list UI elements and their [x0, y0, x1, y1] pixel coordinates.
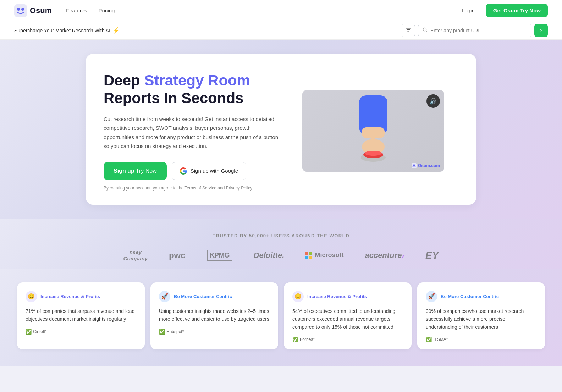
- hero-buttons: Sign up Try Now Sign up with Google: [104, 162, 281, 180]
- logo-accenture: accenture›: [365, 251, 404, 260]
- nav-actions: Login Get Osum Try Now: [456, 4, 548, 17]
- svg-point-16: [413, 165, 414, 166]
- nav-links: Features Pricing: [66, 7, 456, 13]
- stat-card-header-1: 🚀 Be More Customer Centric: [159, 291, 270, 302]
- logo-deloitte: Deloitte.: [254, 251, 285, 260]
- logo-pwc: pwc: [169, 250, 186, 260]
- stats-section: 😊 Increase Revenue & Profits 71% of comp…: [0, 269, 562, 366]
- search-go-button[interactable]: ›: [534, 24, 548, 37]
- login-button[interactable]: Login: [456, 5, 480, 16]
- get-osum-sub: Try Now: [520, 7, 541, 13]
- osum-watermark: Osum.com: [412, 163, 440, 168]
- svg-rect-9: [362, 127, 385, 138]
- subnav-title: Supercharge Your Market Research With AI…: [14, 27, 396, 34]
- svg-line-7: [426, 31, 428, 32]
- get-osum-label: Get Osum: [493, 7, 519, 13]
- stat-source-label-1: Hubspot*: [166, 329, 184, 334]
- stat-source-label-2: Forbes*: [300, 337, 315, 342]
- logo-text: Osum: [30, 6, 52, 15]
- watermark-logo-icon: [412, 163, 417, 168]
- search-icon: [423, 27, 428, 34]
- stat-source-label-0: Cintell*: [33, 329, 46, 334]
- hand-button-svg: [334, 95, 412, 166]
- stat-check-icon-3: ✅: [426, 337, 432, 342]
- stat-source-3: ✅ ITSMA*: [426, 337, 536, 342]
- search-go-icon: ›: [540, 27, 542, 34]
- main-background: Deep Strategy Room Reports In Seconds Cu…: [0, 40, 562, 219]
- trusted-title: TRUSTED BY 50,000+ USERS AROUND THE WORL…: [21, 233, 541, 238]
- stat-card-header-3: 🚀 Be More Customer Centric: [426, 291, 536, 302]
- logo[interactable]: Osum: [14, 4, 52, 17]
- svg-rect-5: [407, 31, 409, 32]
- hero-terms: By creating your account, you agree to t…: [104, 186, 281, 191]
- google-icon: [180, 167, 187, 175]
- hero-description: Cut research time from weeks to seconds!…: [104, 115, 281, 151]
- stat-card-2: 😊 Increase Revenue & Profits 54% of exec…: [284, 282, 412, 349]
- terms-of-service-link[interactable]: Terms of Service: [185, 186, 216, 191]
- stat-check-icon-2: ✅: [292, 337, 298, 342]
- audio-icon: 🔊: [430, 98, 437, 105]
- hero-illustration: [302, 90, 444, 172]
- stat-category-2: Increase Revenue & Profits: [307, 294, 367, 299]
- hero-visual: 🔊 Osum.com: [302, 90, 444, 172]
- search-box: [418, 24, 531, 37]
- stat-card-0: 😊 Increase Revenue & Profits 71% of comp…: [17, 282, 145, 349]
- lightning-icon: ⚡: [112, 27, 120, 34]
- svg-rect-3: [406, 28, 411, 29]
- privacy-policy-link[interactable]: Privacy Policy: [226, 186, 252, 191]
- logo-icon: [14, 4, 27, 17]
- svg-point-14: [365, 151, 382, 156]
- subnav: Supercharge Your Market Research With AI…: [0, 21, 562, 40]
- nav-link-features[interactable]: Features: [66, 7, 87, 13]
- logo-ey: EY: [425, 250, 439, 261]
- stat-card-1: 🚀 Be More Customer Centric Using custome…: [150, 282, 278, 349]
- svg-rect-0: [14, 4, 27, 17]
- google-signup-button[interactable]: Sign up with Google: [172, 162, 246, 180]
- subnav-search-area: ›: [402, 24, 548, 37]
- signup-button[interactable]: Sign up Try Now: [104, 162, 167, 180]
- hero-title: Deep Strategy Room Reports In Seconds: [104, 72, 281, 107]
- stat-check-icon-1: ✅: [159, 329, 165, 335]
- logo-mckinsey: nseyCompany: [123, 249, 148, 262]
- microsoft-grid-icon: [305, 252, 312, 259]
- stat-card-header-2: 😊 Increase Revenue & Profits: [292, 291, 403, 302]
- stat-source-label-3: ITSMA*: [433, 337, 448, 342]
- stat-icon-3: 🚀: [426, 291, 437, 302]
- stat-text-3: 90% of companies who use market research…: [426, 307, 536, 331]
- svg-rect-15: [412, 163, 417, 168]
- stat-category-1: Be More Customer Centric: [174, 294, 232, 299]
- filter-button[interactable]: [402, 24, 415, 37]
- filter-icon: [406, 27, 411, 34]
- stat-source-1: ✅ Hubspot*: [159, 329, 270, 335]
- logo-microsoft: Microsoft: [305, 252, 343, 259]
- stat-text-1: Using customer insights made websites 2–…: [159, 307, 270, 323]
- svg-rect-4: [407, 29, 410, 30]
- stat-icon-0: 😊: [26, 291, 37, 302]
- get-osum-button[interactable]: Get Osum Try Now: [486, 4, 548, 17]
- svg-point-1: [17, 8, 20, 11]
- stat-icon-1: 🚀: [159, 291, 170, 302]
- hero-card: Deep Strategy Room Reports In Seconds Cu…: [86, 54, 476, 205]
- navbar: Osum Features Pricing Login Get Osum Try…: [0, 0, 562, 21]
- stat-text-2: 54% of executives committed to understan…: [292, 307, 403, 331]
- svg-point-17: [414, 165, 415, 166]
- stat-category-0: Increase Revenue & Profits: [40, 294, 100, 299]
- logo-kpmg: KPMG: [207, 250, 232, 261]
- stat-source-0: ✅ Cintell*: [26, 329, 136, 335]
- stat-icon-2: 😊: [292, 291, 304, 302]
- hero-image: 🔊 Osum.com: [302, 90, 444, 172]
- stat-text-0: 71% of companies that surpass revenue an…: [26, 307, 136, 323]
- search-input[interactable]: [430, 28, 527, 33]
- stat-source-2: ✅ Forbes*: [292, 337, 403, 342]
- svg-point-2: [21, 8, 24, 11]
- stat-card-3: 🚀 Be More Customer Centric 90% of compan…: [417, 282, 545, 349]
- stat-category-3: Be More Customer Centric: [441, 294, 499, 299]
- trusted-section: TRUSTED BY 50,000+ USERS AROUND THE WORL…: [0, 219, 562, 269]
- logos-row: nseyCompany pwc KPMG Deloitte. Microsoft…: [21, 249, 541, 262]
- stat-check-icon-0: ✅: [26, 329, 32, 335]
- stat-card-header-0: 😊 Increase Revenue & Profits: [26, 291, 136, 302]
- hero-content: Deep Strategy Room Reports In Seconds Cu…: [104, 72, 281, 191]
- nav-link-pricing[interactable]: Pricing: [99, 7, 115, 13]
